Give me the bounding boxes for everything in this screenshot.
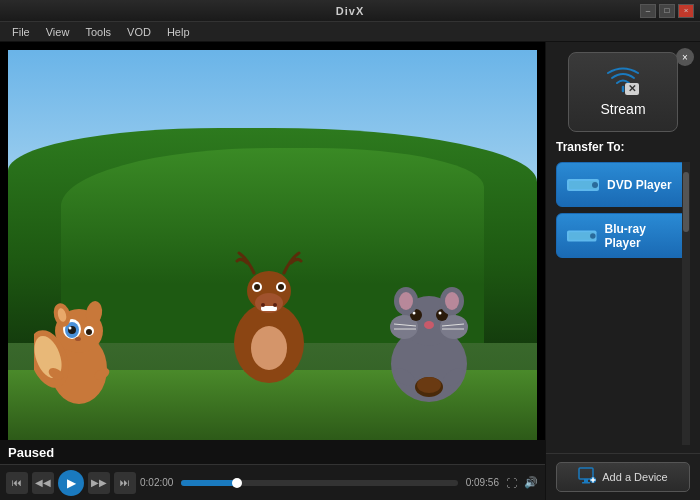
char-rat [374,269,484,409]
svg-text:✕: ✕ [628,83,636,94]
device-list-scrollbar[interactable] [682,162,690,445]
svg-rect-57 [579,468,593,479]
total-time: 0:09:56 [466,477,499,488]
paused-status: Paused [8,445,54,460]
menu-file[interactable]: File [4,22,38,41]
minimize-button[interactable]: – [640,4,656,18]
progress-handle[interactable] [232,478,242,488]
dvd-player-label: DVD Player [607,178,672,192]
svg-rect-58 [584,479,588,482]
menu-vod[interactable]: VOD [119,22,159,41]
add-device-label: Add a Device [602,471,667,483]
device-dvd-player[interactable]: DVD Player [556,162,690,207]
progress-fill [181,480,236,486]
device-list: DVD Player Blu-ray Player [556,162,690,445]
bluray-icon [567,226,597,246]
svg-point-35 [439,311,442,314]
stream-icon: ✕ [605,67,641,95]
current-time: 0:02:00 [140,477,173,488]
svg-point-7 [86,329,92,335]
video-content [8,50,537,440]
svg-point-46 [417,377,441,393]
char-deer [209,243,329,393]
add-device-button[interactable]: Add a Device [556,462,690,492]
rewind-button[interactable]: ◀◀ [32,472,54,494]
svg-point-53 [592,182,598,188]
add-device-icon [578,467,596,488]
stream-section: ✕ Stream [546,42,700,140]
menubar: File View Tools VOD Help [0,22,700,42]
svg-point-25 [261,303,265,307]
device-scroll-area: DVD Player Blu-ray Player [556,162,690,445]
fullscreen-button[interactable]: ⛶ [503,475,519,491]
stream-label: Stream [600,101,645,117]
video-frame[interactable] [8,50,537,440]
svg-point-22 [254,284,260,290]
svg-point-42 [399,292,413,310]
close-button[interactable]: × [678,4,694,18]
stream-button[interactable]: ✕ Stream [568,52,678,132]
status-bar: Paused [0,440,545,464]
menu-tools[interactable]: Tools [77,22,119,41]
forward-button[interactable]: ▶▶ [88,472,110,494]
device-bluray-player[interactable]: Blu-ray Player [556,213,690,258]
titlebar: DivX – □ × [0,0,700,22]
menu-help[interactable]: Help [159,22,198,41]
dvd-icon [567,175,599,195]
svg-rect-59 [582,482,590,484]
svg-point-27 [251,326,287,370]
main-layout: Paused ⏮ ◀◀ ▶ ▶▶ ⏭ 0:02:00 0:09:56 ⛶ 🔊 × [0,42,700,500]
scrollbar-thumb[interactable] [683,172,689,232]
transfer-section: Transfer To: DVD Player [546,140,700,453]
progress-bar[interactable] [181,480,457,486]
svg-point-5 [69,326,72,329]
right-panel: × ✕ Stream [545,42,700,500]
bluray-player-label: Blu-ray Player [605,222,679,250]
maximize-button[interactable]: □ [659,4,675,18]
transfer-title: Transfer To: [556,140,690,154]
char-squirrel-small [34,279,124,409]
svg-point-26 [273,303,277,307]
stream-icon-wrap: ✕ [605,67,641,95]
titlebar-controls: – □ × [640,4,694,18]
titlebar-title: DivX [336,5,364,17]
monitor-icon [578,467,596,485]
svg-point-24 [278,284,284,290]
panel-close-button[interactable]: × [676,48,694,66]
video-area: Paused ⏮ ◀◀ ▶ ▶▶ ⏭ 0:02:00 0:09:56 ⛶ 🔊 [0,42,545,500]
play-button[interactable]: ▶ [58,470,84,496]
menu-view[interactable]: View [38,22,78,41]
controls-bar: ⏮ ◀◀ ▶ ▶▶ ⏭ 0:02:00 0:09:56 ⛶ 🔊 [0,464,545,500]
svg-point-8 [75,337,81,341]
prev-button[interactable]: ⏮ [6,472,28,494]
volume-button[interactable]: 🔊 [523,475,539,491]
next-button[interactable]: ⏭ [114,472,136,494]
add-device-section: Add a Device [546,453,700,500]
svg-point-36 [424,321,434,329]
svg-point-44 [445,292,459,310]
svg-point-56 [590,233,596,239]
